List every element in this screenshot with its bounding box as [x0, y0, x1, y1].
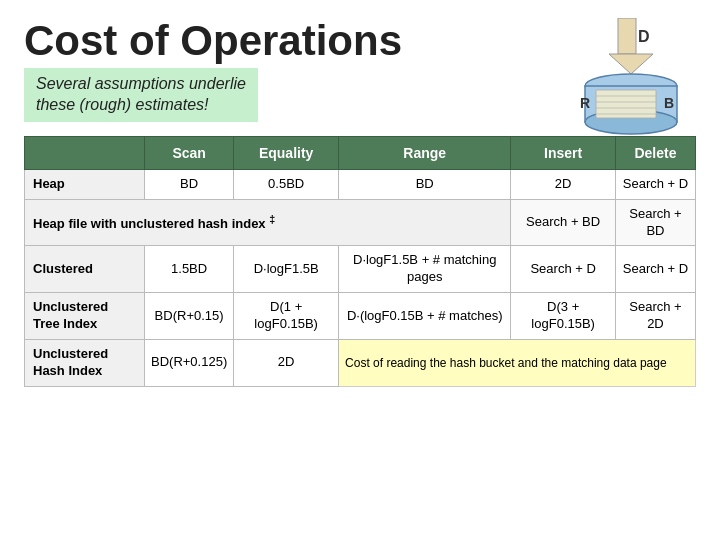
tree-delete: Search + 2D [615, 293, 695, 340]
subtitle-box: Several assumptions underliethese (rough… [24, 68, 258, 122]
svg-text:R: R [580, 95, 590, 111]
row-label-clustered: Clustered [25, 246, 145, 293]
page: Cost of Operations Several assumptions u… [0, 0, 720, 540]
col-header-insert: Insert [511, 136, 616, 169]
heap-delete: Search + D [615, 169, 695, 199]
row-label-heap: Heap [25, 169, 145, 199]
table-row: Unclustered Tree Index BD(R+0.15) D(1 + … [25, 293, 696, 340]
diagram: D R B [566, 18, 696, 138]
tree-equality: D(1 + logF0.15B) [234, 293, 339, 340]
heap-hash-label: Heap file with unclustered hash index ‡ [25, 199, 511, 246]
tree-range: D·(logF0.15B + # matches) [339, 293, 511, 340]
clustered-equality: D·logF1.5B [234, 246, 339, 293]
hash-scan: BD(R+0.125) [145, 340, 234, 387]
clustered-scan: 1.5BD [145, 246, 234, 293]
clustered-delete: Search + D [615, 246, 695, 293]
heap-scan: BD [145, 169, 234, 199]
svg-text:B: B [664, 95, 674, 111]
col-header-scan: Scan [145, 136, 234, 169]
col-header-equality: Equality [234, 136, 339, 169]
hash-equality: 2D [234, 340, 339, 387]
table-row: Clustered 1.5BD D·logF1.5B D·logF1.5B + … [25, 246, 696, 293]
col-header-range: Range [339, 136, 511, 169]
clustered-insert: Search + D [511, 246, 616, 293]
tree-scan: BD(R+0.15) [145, 293, 234, 340]
subtitle-text: Several assumptions underliethese (rough… [36, 75, 246, 113]
cost-table: Scan Equality Range Insert Delete Heap B… [24, 136, 696, 387]
hash-range-note: Cost of reading the hash bucket and the … [339, 340, 696, 387]
heap-hash-insert: Search + BD [511, 199, 616, 246]
heap-hash-delete: Search + BD [615, 199, 695, 246]
svg-rect-0 [618, 18, 636, 54]
table-row: Heap BD 0.5BD BD 2D Search + D [25, 169, 696, 199]
heap-range: BD [339, 169, 511, 199]
svg-text:D: D [638, 28, 650, 45]
table-row: Unclustered Hash Index BD(R+0.125) 2D Co… [25, 340, 696, 387]
row-label-tree: Unclustered Tree Index [25, 293, 145, 340]
col-header-delete: Delete [615, 136, 695, 169]
col-header-label [25, 136, 145, 169]
clustered-range: D·logF1.5B + # matching pages [339, 246, 511, 293]
svg-marker-1 [609, 54, 653, 74]
heap-insert: 2D [511, 169, 616, 199]
heap-hash-text: Heap file with unclustered hash index ‡ [33, 216, 275, 231]
table-row: Heap file with unclustered hash index ‡ … [25, 199, 696, 246]
row-label-hash: Unclustered Hash Index [25, 340, 145, 387]
tree-insert: D(3 + logF0.15B) [511, 293, 616, 340]
heap-equality: 0.5BD [234, 169, 339, 199]
